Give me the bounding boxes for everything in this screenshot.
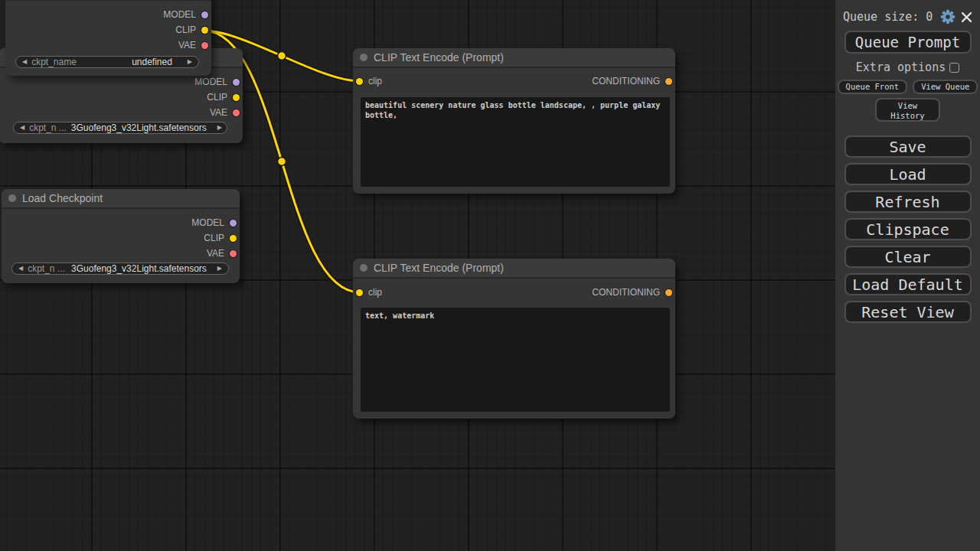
node-status-dot: [360, 54, 368, 61]
combo-left-arrow-icon[interactable]: ◀: [22, 59, 27, 65]
combo-right-arrow-icon[interactable]: ▶: [217, 266, 222, 272]
clip-port-dot[interactable]: [233, 94, 240, 101]
load-button[interactable]: Load: [844, 163, 972, 185]
widget-name: ckpt_n ...: [29, 122, 67, 133]
comfy-menu-panel: Queue size: 0 Queue Prompt Extra options: [835, 0, 980, 551]
port-label: clip: [368, 76, 382, 86]
widget-name: ckpt_n ...: [28, 263, 65, 274]
menu-header: Queue size: 0: [835, 0, 980, 24]
prompt-textarea[interactable]: text, watermark: [361, 308, 670, 412]
view-queue-button[interactable]: View Queue: [913, 80, 978, 94]
node-title-bar[interactable]: [5, 0, 211, 1]
clear-button[interactable]: Clear: [844, 246, 972, 268]
clip-port-dot[interactable]: [356, 289, 363, 296]
vae-port-dot[interactable]: [233, 109, 240, 116]
port-label: CONDITIONING: [592, 76, 660, 86]
clipspace-button[interactable]: Clipspace: [844, 218, 972, 240]
clip-text-encode-node-positive[interactable]: CLIP Text Encode (Prompt) clip CONDITION…: [353, 48, 675, 194]
widget-name: ckpt_name: [31, 57, 77, 67]
output-port-clip: CLIP: [204, 230, 237, 246]
clip-text-encode-node-negative[interactable]: CLIP Text Encode (Prompt) clip CONDITION…: [353, 259, 675, 419]
load-default-button[interactable]: Load Default: [844, 273, 972, 295]
queue-front-button[interactable]: Queue Front: [838, 80, 908, 94]
extra-options-label: Extra options: [856, 60, 946, 74]
combo-left-arrow-icon[interactable]: ◀: [20, 125, 24, 131]
checkpoint-node-top[interactable]: MODEL CLIP VAE ◀ ckpt_name undefined ▶: [5, 0, 211, 76]
output-port-vae: VAE: [210, 105, 240, 120]
port-label: CLIP: [175, 24, 196, 35]
combo-right-arrow-icon[interactable]: ▶: [188, 59, 192, 65]
port-label: MODEL: [191, 217, 224, 228]
extra-options-row: Extra options: [835, 60, 980, 74]
clip-port-dot[interactable]: [356, 78, 363, 85]
port-label: CLIP: [207, 92, 227, 103]
settings-gear-icon[interactable]: [940, 9, 956, 24]
widget-value: 3Guofeng3_v32Light.safetensors: [71, 122, 207, 133]
link-midpoint-dot: [278, 52, 286, 60]
model-port-dot[interactable]: [233, 79, 240, 86]
output-port-model: MODEL: [194, 74, 240, 90]
output-port-clip: CLIP: [175, 22, 208, 37]
view-history-button[interactable]: View History: [875, 98, 940, 122]
port-label: CLIP: [204, 233, 224, 243]
link-midpoint-dot: [278, 158, 286, 166]
model-port-dot[interactable]: [230, 220, 237, 227]
widget-value: undefined: [132, 57, 172, 67]
widget-value: 3Guofeng3_v32Light.safetensors: [71, 263, 207, 274]
reset-view-button[interactable]: Reset View: [844, 301, 972, 323]
model-port-dot[interactable]: [201, 11, 208, 18]
input-port-clip: clip: [356, 73, 382, 89]
conditioning-port-dot[interactable]: [665, 289, 672, 296]
vae-port-dot[interactable]: [201, 42, 208, 49]
node-status-dot: [8, 194, 16, 202]
port-label: MODEL: [194, 77, 227, 87]
output-port-vae: VAE: [207, 246, 237, 261]
queue-size-label: Queue size: 0: [843, 10, 935, 24]
port-label: CONDITIONING: [592, 287, 660, 298]
output-port-model: MODEL: [191, 215, 237, 230]
conditioning-port-dot[interactable]: [665, 78, 672, 85]
prompt-textarea[interactable]: beautiful scenery nature glass bottle la…: [361, 97, 670, 187]
node-title: CLIP Text Encode (Prompt): [374, 51, 504, 64]
clip-port-dot[interactable]: [201, 27, 208, 34]
combo-right-arrow-icon[interactable]: ▶: [217, 125, 222, 131]
port-label: VAE: [210, 107, 227, 118]
port-label: VAE: [207, 248, 224, 259]
refresh-button[interactable]: Refresh: [844, 191, 972, 213]
output-port-conditioning: CONDITIONING: [592, 73, 672, 89]
save-button[interactable]: Save: [844, 135, 972, 158]
node-status-dot: [360, 264, 368, 272]
load-checkpoint-node[interactable]: Load Checkpoint MODEL CLIP VAE ◀ ckpt_n …: [2, 189, 240, 283]
close-icon[interactable]: [961, 11, 972, 23]
node-title-bar[interactable]: CLIP Text Encode (Prompt): [353, 259, 675, 279]
ckpt-name-combo-widget[interactable]: ◀ ckpt_n ... 3Guofeng3_v32Light.safetens…: [11, 262, 229, 275]
input-port-clip: clip: [356, 285, 382, 300]
node-title: Load Checkpoint: [22, 192, 103, 204]
output-port-vae: VAE: [178, 37, 208, 53]
vae-port-dot[interactable]: [230, 250, 237, 257]
port-label: clip: [368, 287, 382, 298]
node-title-bar[interactable]: Load Checkpoint: [2, 189, 240, 209]
queue-controls-row: Queue Front View Queue: [835, 80, 980, 94]
output-port-conditioning: CONDITIONING: [592, 285, 672, 300]
node-title-bar[interactable]: CLIP Text Encode (Prompt): [353, 48, 675, 68]
menu-button-list: Save Load Refresh Clipspace Clear Load D…: [835, 135, 980, 323]
combo-left-arrow-icon[interactable]: ◀: [18, 266, 23, 272]
ckpt-name-combo-widget[interactable]: ◀ ckpt_name undefined ▶: [15, 56, 199, 68]
extra-options-checkbox[interactable]: [949, 63, 959, 73]
graph-canvas[interactable]: MODEL CLIP VAE ◀ ckpt_n ... 3Guofeng3_v3…: [0, 0, 835, 551]
port-label: MODEL: [163, 9, 196, 20]
output-port-clip: CLIP: [207, 90, 240, 105]
node-title: CLIP Text Encode (Prompt): [374, 262, 504, 274]
ckpt-name-combo-widget[interactable]: ◀ ckpt_n ... 3Guofeng3_v32Light.safetens…: [13, 122, 227, 134]
clip-port-dot[interactable]: [230, 235, 237, 242]
port-label: VAE: [178, 40, 196, 51]
queue-prompt-button[interactable]: Queue Prompt: [844, 31, 972, 54]
output-port-model: MODEL: [163, 7, 208, 22]
